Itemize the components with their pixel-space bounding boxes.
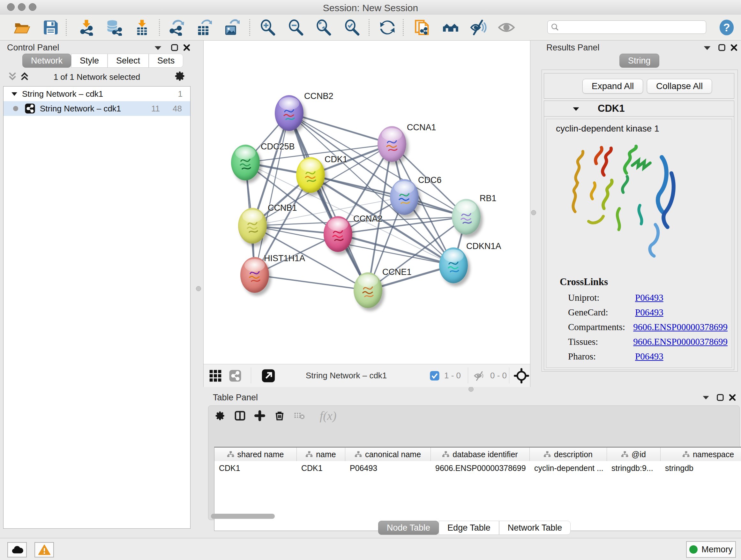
table-panel-menu-button[interactable] xyxy=(702,395,710,401)
open-session-button[interactable] xyxy=(13,18,31,37)
tab-network[interactable]: Network xyxy=(22,54,71,68)
show-columns-button[interactable] xyxy=(234,410,246,421)
results-panel-float-button[interactable] xyxy=(718,44,726,53)
edge-CCNB2-CCNE1[interactable] xyxy=(289,113,368,290)
table-cell[interactable]: P06493 xyxy=(345,461,431,475)
table-panel-close-button[interactable] xyxy=(728,393,737,403)
add-column-button[interactable] xyxy=(254,410,265,421)
copy-network-button[interactable] xyxy=(413,18,432,37)
toolbar-separator xyxy=(159,19,160,36)
crosslink-link[interactable]: 9606.ENSP00000378699 xyxy=(633,322,728,332)
network-canvas[interactable]: CCNB2CCNA1CDC25BCDK1CDC6RB1CCNB1CCNA2CDK… xyxy=(203,40,530,387)
control-panel-menu-button[interactable] xyxy=(154,45,162,52)
function-builder-button[interactable]: f(x) xyxy=(314,410,342,421)
network-row[interactable]: String Network – cdk1 11 48 xyxy=(3,101,190,116)
column-header-sharedname[interactable]: shared name xyxy=(214,448,297,461)
crosslink-link[interactable]: P06493 xyxy=(635,293,664,303)
edge-CCNB2-CCNA1[interactable] xyxy=(289,113,392,144)
table-settings-button[interactable] xyxy=(215,410,226,421)
tab-edge-table[interactable]: Edge Table xyxy=(439,521,499,535)
memory-button[interactable]: Memory xyxy=(686,541,736,558)
birds-eye-view-button[interactable] xyxy=(209,369,222,383)
hidden-eye-icon[interactable] xyxy=(474,370,486,382)
left-splitter-handle[interactable] xyxy=(196,286,201,291)
bottom-splitter-handle[interactable] xyxy=(468,387,474,392)
table-container: f(x) shared namenamecanonical namedataba… xyxy=(208,406,740,520)
network-options-button[interactable] xyxy=(174,70,186,83)
export-network-button[interactable] xyxy=(167,18,185,37)
crosslink-link[interactable]: P06493 xyxy=(635,307,664,318)
network-node-CDC6[interactable] xyxy=(390,179,419,215)
crosslink-link[interactable]: P06493 xyxy=(635,351,664,362)
search-box[interactable] xyxy=(547,20,706,34)
network-node-CDK1[interactable] xyxy=(296,157,325,193)
network-node-CCNA2[interactable] xyxy=(324,216,352,252)
node-result-header[interactable]: CDK1 xyxy=(544,101,734,117)
network-node-CCNB1[interactable] xyxy=(238,208,267,244)
node-gloss xyxy=(443,249,464,262)
expand-all-button[interactable]: Expand All xyxy=(583,79,643,94)
column-header-canonicalname[interactable]: canonical name xyxy=(345,448,431,461)
table-cell[interactable]: CDK1 xyxy=(214,461,297,475)
import-database-button[interactable] xyxy=(105,18,123,37)
column-header-namespace[interactable]: namespace xyxy=(661,448,741,461)
tab-sets[interactable]: Sets xyxy=(149,54,183,68)
tab-string[interactable]: String xyxy=(619,54,659,68)
results-panel-menu-button[interactable] xyxy=(703,45,711,52)
hide-selected-button[interactable] xyxy=(469,18,488,37)
network-node-CDC25B[interactable] xyxy=(231,145,260,180)
control-panel-float-button[interactable] xyxy=(171,44,179,53)
column-header-name[interactable]: name xyxy=(297,448,345,461)
results-panel-close-button[interactable] xyxy=(730,44,738,53)
first-neighbors-button[interactable] xyxy=(441,18,460,37)
help-button[interactable]: ? xyxy=(718,18,736,37)
open-in-window-button[interactable] xyxy=(261,369,275,384)
import-table-button[interactable] xyxy=(133,18,151,37)
warnings-button[interactable] xyxy=(35,542,54,557)
tab-style[interactable]: Style xyxy=(71,54,108,68)
crosslink-link[interactable]: 9606.ENSP00000378699 xyxy=(633,336,728,347)
center-view-button[interactable] xyxy=(514,368,529,385)
network-node-CCNE1[interactable] xyxy=(354,272,382,308)
right-splitter-handle[interactable] xyxy=(531,210,536,215)
network-node-CDKN1A[interactable] xyxy=(439,247,468,283)
horizontal-scrollbar[interactable] xyxy=(211,514,275,519)
delete-table-button[interactable] xyxy=(294,410,305,421)
export-image-button[interactable] xyxy=(222,18,241,37)
save-session-button[interactable] xyxy=(42,18,60,37)
collapse-all-button[interactable]: Collapse All xyxy=(647,79,712,94)
network-node-CCNB2[interactable] xyxy=(275,95,304,131)
table-cell[interactable]: cyclin-dependent ... xyxy=(530,461,607,475)
show-all-button[interactable] xyxy=(497,18,516,37)
network-node-RB1[interactable] xyxy=(452,199,481,235)
zoom-selected-button[interactable] xyxy=(343,18,361,37)
column-header-description[interactable]: description xyxy=(530,448,607,461)
tab-select[interactable]: Select xyxy=(108,54,149,68)
tab-network-table[interactable]: Network Table xyxy=(499,521,571,535)
export-table-button[interactable] xyxy=(194,18,213,37)
edge-HIST1H1A-CCNE1[interactable] xyxy=(255,275,368,290)
table-cell[interactable]: CDK1 xyxy=(297,461,345,475)
network-collection-row[interactable]: String Network – cdk1 1 xyxy=(3,86,190,101)
column-header-databaseidentifier[interactable]: database identifier xyxy=(431,448,530,461)
table-cell[interactable]: stringdb xyxy=(661,461,741,475)
network-node-CCNA1[interactable] xyxy=(378,126,406,162)
network-style-button[interactable] xyxy=(229,369,242,383)
column-header-id[interactable]: @id xyxy=(607,448,661,461)
zoom-out-button[interactable] xyxy=(286,18,305,37)
zoom-in-button[interactable] xyxy=(259,18,277,37)
selected-checkbox-icon[interactable] xyxy=(429,371,440,381)
table-panel-float-button[interactable] xyxy=(716,393,724,403)
network-view[interactable]: CCNB2CCNA1CDC25BCDK1CDC6RB1CCNB1CCNA2CDK… xyxy=(204,41,530,364)
table-cell[interactable]: stringdb:9... xyxy=(607,461,661,475)
refresh-button[interactable] xyxy=(378,18,397,37)
search-input[interactable] xyxy=(562,22,703,33)
edge-CCNB2-HIST1H1A[interactable] xyxy=(255,113,289,275)
control-panel-close-button[interactable] xyxy=(183,44,191,53)
cloud-status-button[interactable] xyxy=(7,542,27,557)
import-network-button[interactable] xyxy=(77,18,96,37)
tab-node-table[interactable]: Node Table xyxy=(378,521,439,535)
zoom-fit-button[interactable] xyxy=(314,18,333,37)
delete-column-button[interactable] xyxy=(274,410,285,421)
table-cell[interactable]: 9606.ENSP00000378699 xyxy=(431,461,530,475)
